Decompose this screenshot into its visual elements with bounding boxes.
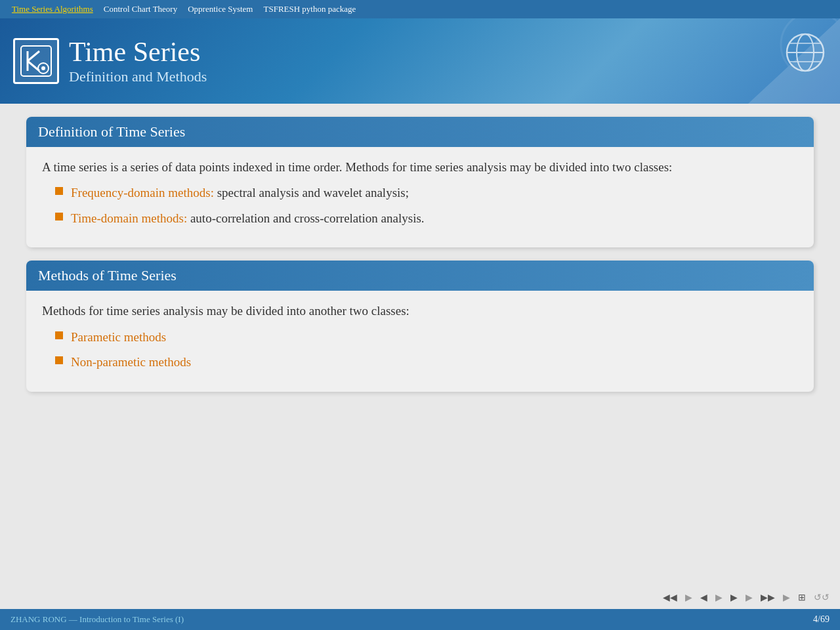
header-title-block: Time Series Definition and Methods [69,37,207,85]
bullet-time-domain-text: Time-domain methods: auto-correlation an… [71,209,425,228]
definition-card: Definition of Time Series A time series … [26,117,814,247]
nav-item-control-chart[interactable]: Control Chart Theory [98,3,182,16]
footer-author: ZHANG RONG — Introduction to Time Series… [10,614,184,625]
arrow-right-right[interactable]: ▶▶ [758,591,778,604]
methods-bullet-list: Parametic methods Non-parametic methods [55,328,798,372]
arrow-sep-3: ▶ [746,592,753,603]
methods-card-header: Methods of Time Series [26,261,814,291]
definition-intro: A time series is a series of data points… [42,158,798,177]
nav-item-opprentice[interactable]: Opprentice System [182,3,258,16]
arrow-right-section[interactable]: ▶ [728,591,740,604]
nav-item-tsfresh[interactable]: TSFRESH python package [258,3,361,16]
slide-header: Time Series Definition and Methods [0,18,840,104]
header-subtitle: Definition and Methods [69,68,207,85]
arrow-left[interactable]: ◀ [698,591,710,604]
bullet-item-parametric: Parametic methods [55,328,798,347]
kde-logo-box [13,38,59,84]
time-domain-rest: auto-correlation and cross-correlation a… [187,211,424,225]
definition-card-body: A time series is a series of data points… [26,147,814,247]
footer-page: 4/69 [813,614,830,625]
time-domain-term: Time-domain methods: [71,211,187,225]
main-content: Definition of Time Series A time series … [0,104,840,585]
arrow-sep-4: ▶ [783,592,790,603]
header-globe-icon [784,32,827,77]
methods-intro: Methods for time series analysis may be … [42,301,798,321]
header-title: Time Series [69,37,207,67]
svg-line-4 [28,51,39,61]
header-left: Time Series Definition and Methods [13,37,207,85]
nav-item-time-series[interactable]: Time Series Algorithms [7,3,98,16]
frequency-rest: spectral analysis and wavelet analysis; [214,186,409,200]
arrow-left-left[interactable]: ◀◀ [660,591,680,604]
footer-bar: ZHANG RONG — Introduction to Time Series… [0,609,840,630]
frequency-term: Frequency-domain methods: [71,186,214,200]
arrow-home[interactable]: ⊞ [795,591,808,604]
bullet-square-icon-4 [55,356,63,364]
beamer-icon: ↺↺ [814,592,830,603]
arrow-sep-2: ▶ [715,592,723,603]
kde-logo-icon [20,45,52,77]
bullet-item-nonparametric: Non-parametic methods [55,353,798,372]
methods-card: Methods of Time Series Methods for time … [26,261,814,391]
bullet-item-time-domain: Time-domain methods: auto-correlation an… [55,209,798,228]
arrow-sep-1: ▶ [685,592,692,603]
bullet-frequency-text: Frequency-domain methods: spectral analy… [71,184,409,203]
bullet-square-icon-3 [55,331,63,339]
svg-point-7 [41,66,45,70]
nonparametric-term: Non-parametic methods [71,353,191,372]
nav-bar: Time Series Algorithms Control Chart The… [0,0,840,18]
bullet-item-frequency: Frequency-domain methods: spectral analy… [55,184,798,203]
parametric-term: Parametic methods [71,328,166,347]
methods-card-body: Methods for time series analysis may be … [26,291,814,391]
definition-card-header: Definition of Time Series [26,117,814,147]
definition-bullet-list: Frequency-domain methods: spectral analy… [55,184,798,228]
nav-arrows-bar: ◀◀ ▶ ◀ ▶ ▶ ▶ ▶▶ ▶ ⊞ ↺↺ [0,585,840,609]
bullet-square-icon [55,187,63,195]
bullet-square-icon-2 [55,213,63,220]
